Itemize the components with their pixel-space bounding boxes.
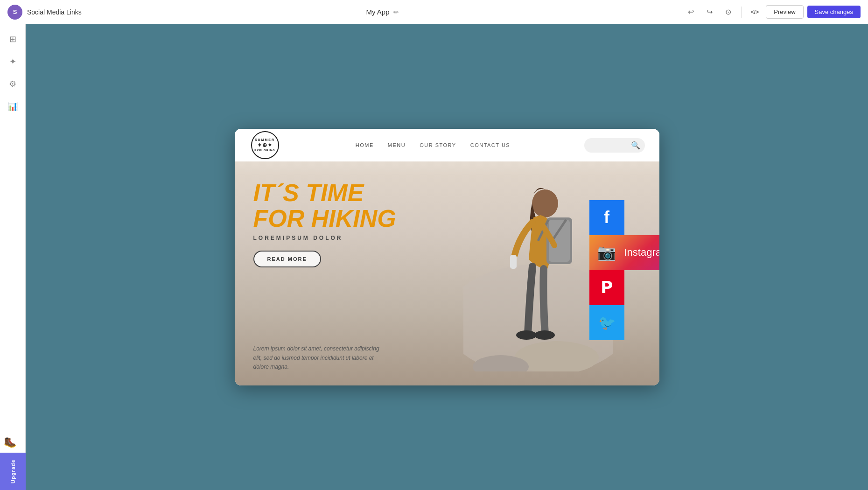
undo-button[interactable]: ↩: [683, 5, 698, 20]
history-button[interactable]: ⊙: [721, 5, 735, 20]
code-button[interactable]: </>: [747, 5, 762, 20]
site-nav: SUMMER ✦⊕✦ EXPLORING HOME MENU OUR STORY…: [235, 129, 659, 161]
search-input[interactable]: [591, 142, 628, 148]
site-search[interactable]: 🔍: [584, 138, 645, 153]
app-title: Social Media Links: [27, 8, 82, 16]
hero-text: IT´S TIME FOR HIKING LOREMIPSUM DOLOR RE…: [253, 180, 396, 267]
redo-button[interactable]: ↪: [702, 5, 717, 20]
hero-body-text: Lorem ipsum dolor sit amet, consectetur …: [253, 344, 384, 371]
topbar-left: S Social Media Links: [7, 5, 82, 20]
svg-point-7: [534, 330, 555, 340]
instagram-label: Instagram: [624, 246, 659, 259]
twitter-icon: 🐦: [598, 315, 616, 331]
nav-menu[interactable]: MENU: [388, 142, 406, 148]
sidebar-item-settings[interactable]: ⚙: [3, 75, 22, 93]
topbar-center: My App ✏: [366, 8, 399, 16]
facebook-icon: f: [604, 208, 609, 227]
preview-card: IT´S TIME FOR HIKING LOREMIPSUM DOLOR RE…: [235, 129, 659, 385]
svg-point-6: [516, 330, 537, 340]
pinterest-icon: 𝗣: [601, 278, 613, 297]
upgrade-button[interactable]: Upgrade: [0, 453, 26, 490]
nav-contact[interactable]: CONTACT US: [470, 142, 511, 148]
boots-icon: 🥾: [4, 436, 22, 450]
search-icon: 🔍: [631, 141, 640, 150]
topbar-right: ↩ ↪ ⊙ </> Preview Save changes: [683, 5, 861, 20]
hero-subtext: LOREMIPSUM DOLOR: [253, 235, 396, 241]
read-more-button[interactable]: READ MORE: [253, 251, 321, 267]
instagram-button[interactable]: 📷 Instagram: [589, 235, 659, 270]
pinterest-button[interactable]: 𝗣: [589, 270, 624, 305]
edit-icon[interactable]: ✏: [393, 8, 399, 16]
hero-headline: IT´S TIME FOR HIKING: [253, 180, 396, 231]
site-logo: SUMMER ✦⊕✦ EXPLORING: [249, 129, 281, 161]
sidebar-item-analytics[interactable]: 📊: [3, 97, 22, 116]
sidebar: ⊞ ✦ ⚙ 📊 🥾 Upgrade: [0, 24, 26, 490]
canvas-area: IT´S TIME FOR HIKING LOREMIPSUM DOLOR RE…: [26, 24, 868, 490]
save-button[interactable]: Save changes: [807, 6, 861, 18]
preview-button[interactable]: Preview: [766, 5, 803, 19]
topbar: S Social Media Links My App ✏ ↩ ↪ ⊙ </> …: [0, 0, 868, 24]
toolbar-divider: [741, 7, 742, 18]
site-nav-links: HOME MENU OUR STORY CONTACT US: [356, 142, 510, 148]
logo-circle: SUMMER ✦⊕✦ EXPLORING: [251, 131, 279, 159]
sidebar-item-tools[interactable]: ✦: [3, 52, 22, 71]
twitter-button[interactable]: 🐦: [589, 305, 624, 340]
nav-our-story[interactable]: OUR STORY: [420, 142, 456, 148]
app-icon: S: [7, 5, 22, 20]
sidebar-item-grid[interactable]: ⊞: [3, 30, 22, 49]
app-name: My App: [366, 8, 390, 16]
facebook-button[interactable]: f: [589, 200, 624, 235]
svg-rect-8: [510, 255, 517, 269]
instagram-icon: 📷: [597, 244, 616, 261]
svg-point-1: [532, 189, 558, 217]
nav-home[interactable]: HOME: [356, 142, 374, 148]
social-buttons: f 📷 Instagram 𝗣 🐦: [589, 200, 659, 340]
instagram-icon-area: 📷: [589, 235, 624, 270]
